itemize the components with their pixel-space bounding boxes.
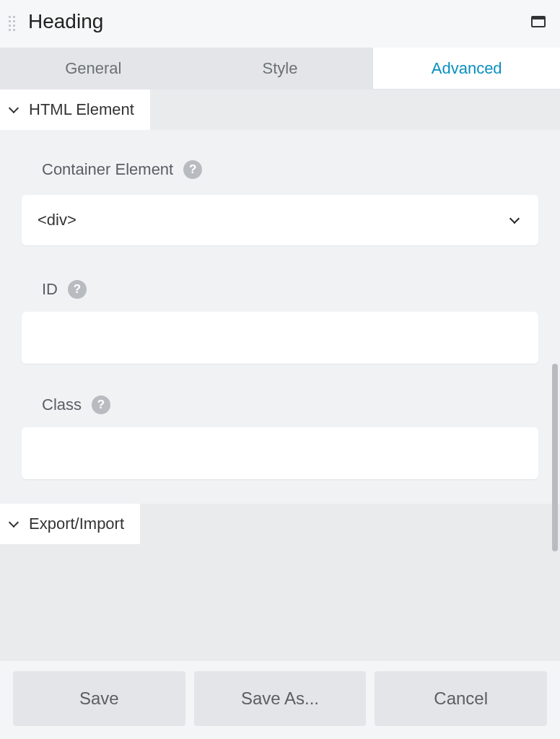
cancel-button[interactable]: Cancel: [375, 671, 547, 726]
section-toggle-export-import[interactable]: Export/Import: [0, 504, 140, 544]
tab-bar: General Style Advanced: [0, 48, 560, 89]
label-id: ID: [42, 280, 58, 299]
responsive-toggle-icon[interactable]: [531, 16, 546, 27]
scroll-area[interactable]: HTML Element Container Element ? <div> I…: [0, 89, 560, 661]
tab-general[interactable]: General: [0, 48, 187, 89]
help-icon[interactable]: ?: [92, 395, 110, 414]
chevron-down-icon: [9, 517, 19, 528]
scrollbar-thumb[interactable]: [552, 364, 558, 551]
section-body-html-element: Container Element ? <div> ID ? Class ?: [0, 130, 560, 504]
panel-title: Heading: [28, 10, 531, 33]
label-container-element: Container Element: [42, 160, 173, 179]
label-class: Class: [42, 395, 82, 414]
tab-advanced[interactable]: Advanced: [373, 48, 560, 89]
save-as-button[interactable]: Save As...: [194, 671, 367, 726]
class-input[interactable]: [22, 427, 538, 479]
field-row-container: Container Element ?: [42, 160, 538, 179]
footer: Save Save As... Cancel: [0, 661, 560, 739]
settings-panel: Heading General Style Advanced HTML Elem…: [0, 0, 560, 739]
save-button[interactable]: Save: [13, 671, 185, 726]
help-icon[interactable]: ?: [183, 160, 202, 179]
panel-header: Heading: [0, 0, 560, 48]
help-icon[interactable]: ?: [68, 280, 87, 299]
id-input[interactable]: [22, 312, 538, 364]
section-title-export-import: Export/Import: [29, 515, 124, 533]
drag-handle-icon[interactable]: [9, 16, 15, 31]
chevron-down-icon: [9, 103, 19, 113]
field-row-id: ID ?: [42, 280, 538, 299]
section-toggle-html-element[interactable]: HTML Element: [0, 89, 150, 130]
field-row-class: Class ?: [42, 395, 538, 414]
container-element-select[interactable]: <div>: [22, 195, 538, 245]
container-element-select-wrap: <div>: [22, 195, 538, 245]
section-title-html-element: HTML Element: [29, 100, 134, 119]
tab-style[interactable]: Style: [187, 48, 374, 89]
